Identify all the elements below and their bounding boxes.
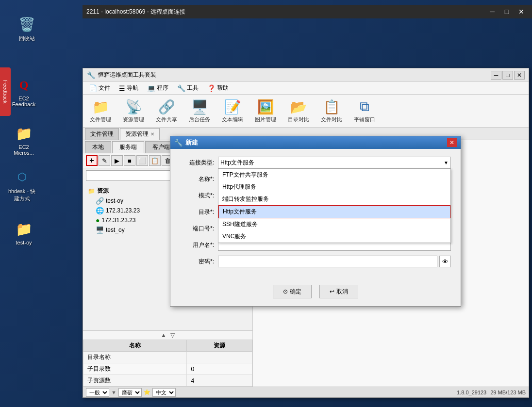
toolbar-file-compare[interactable]: 📋 文件对比	[318, 97, 345, 125]
nav-icon: ☰	[119, 84, 125, 92]
sub-tab-local[interactable]: 本地	[85, 141, 111, 153]
paste-button[interactable]: 📋	[149, 155, 161, 166]
test-oy-icon[interactable]: 📁 test-oy	[7, 219, 41, 245]
toolbar-tile-window[interactable]: ⧉ 平铺窗口	[351, 97, 378, 125]
toolbar-file-manager[interactable]: 📁 文件管理	[87, 97, 114, 125]
toolbar-resource-manager[interactable]: 📡 资源管理	[120, 97, 147, 125]
stop-button[interactable]: ■	[124, 155, 135, 166]
menu-program[interactable]: 💻 程序	[143, 83, 172, 94]
dropdown-arrow: ▼	[444, 160, 449, 165]
prop-row-subdirs: 子目录数 0	[83, 363, 252, 375]
dialog-title-icon: 🔧	[174, 139, 183, 147]
hhdesk-icon[interactable]: ⬡ hh​desk - 快建方式	[5, 167, 39, 202]
password-input[interactable]	[218, 256, 437, 267]
menu-nav[interactable]: ☰ 导航	[115, 83, 142, 94]
copy-button[interactable]: ⬜	[136, 155, 148, 166]
toggle-password-btn[interactable]: 👁	[439, 256, 451, 267]
minimize-btn[interactable]: ─	[485, 7, 499, 16]
tab-file-manager[interactable]: 文件管理	[85, 128, 119, 140]
program-icon: 💻	[147, 84, 155, 92]
value-col-header: 资源	[187, 340, 252, 352]
toolbar-background-task[interactable]: 🖥️ 后台任务	[186, 97, 213, 125]
dropdown-ftp[interactable]: FTP文件共享服务	[218, 169, 450, 181]
desktop: Feedback 🗑️ 回收站 Q EC2Feedback 📁 EC2Micro…	[0, 0, 532, 407]
port-label: 端口号*:	[180, 225, 214, 233]
connection-type-label: 连接类型:	[180, 159, 214, 167]
status-select-2[interactable]: 磨砺	[118, 388, 142, 397]
new-dialog: 🔧 新建 ✕ 连接类型: Http文件服务 ▼ FTP文件共享服务 Http代理…	[170, 136, 461, 307]
connection-type-select[interactable]: Http文件服务 ▼	[218, 157, 451, 168]
dialog-title-bar: 🔧 新建 ✕	[170, 136, 461, 149]
memory-info: 29 MB/123 MB	[490, 390, 526, 395]
dropdown-port-forward[interactable]: 端口转发监控服务	[218, 193, 450, 205]
dialog-title: 新建	[185, 138, 447, 147]
dropdown-list: FTP文件共享服务 Http代理服务 端口转发监控服务 Http文件服务 SSH…	[218, 168, 451, 243]
name-col-header: 名称	[83, 340, 187, 352]
dialog-body: 连接类型: Http文件服务 ▼ FTP文件共享服务 Http代理服务 端口转发…	[170, 149, 461, 280]
help-icon: ❓	[207, 84, 216, 92]
toolbar-file-share[interactable]: 🔗 文件共享	[153, 97, 180, 125]
close-btn[interactable]: ✕	[515, 7, 528, 16]
dialog-footer: ⊙ 确定 ↩ 取消	[170, 280, 461, 306]
tools-icon: 🔧	[177, 84, 185, 92]
outer-title-bar: 2211 - localhost:58069 - 远程桌面连接 ─ □ ✕	[83, 5, 532, 18]
tab-resource-manager[interactable]: 资源管理 ✕	[120, 128, 160, 140]
prop-row-dirname: 目录名称	[83, 352, 252, 363]
dropdown-ssh-tunnel[interactable]: SSH隧道服务	[218, 218, 450, 230]
confirm-button[interactable]: ⊙ 确定	[273, 285, 312, 298]
bottom-panel: ▲ ▽ 名称 资源 目录名称	[83, 330, 252, 387]
mode-label: 模式*:	[180, 192, 214, 200]
dropdown-vnc[interactable]: VNC服务	[218, 230, 450, 243]
password-row: 密码*: 👁	[180, 256, 451, 267]
status-select-3[interactable]: 中文	[152, 388, 176, 397]
directory-label: 目录*:	[180, 208, 214, 216]
dropdown-http-file[interactable]: Http文件服务	[218, 205, 450, 218]
toolbar-dir-compare[interactable]: 📂 目录对比	[285, 97, 312, 125]
sub-tab-server[interactable]: 服务端	[112, 141, 144, 153]
menu-bar: 📄 文件 ☰ 导航 💻 程序 🔧 工具 ❓ 帮助	[83, 82, 529, 95]
dialog-close-btn[interactable]: ✕	[447, 138, 457, 147]
edit-button[interactable]: ✎	[99, 155, 110, 166]
prop-row-subresources: 子资源数 4	[83, 375, 252, 387]
status-right: 1.8.0_29123 29 MB/123 MB	[457, 390, 526, 395]
app-title-bar: 🔧 恒辉运维桌面工具套装 ─ □ ✕	[83, 68, 529, 82]
tab-close-btn[interactable]: ✕	[150, 131, 154, 137]
toolbar-text-edit[interactable]: 📝 文本编辑	[219, 97, 246, 125]
connection-type-select-container: Http文件服务 ▼ FTP文件共享服务 Http代理服务 端口转发监控服务 H…	[218, 157, 451, 168]
toolbar: 📁 文件管理 📡 资源管理 🔗 文件共享 🖥️ 后台任务 📝 文本编辑 🖼️	[83, 95, 529, 128]
menu-tools[interactable]: 🔧 工具	[173, 83, 202, 94]
password-label: 密码*:	[180, 258, 214, 266]
maximize-btn[interactable]: □	[500, 7, 514, 16]
username-label: 用户名*:	[180, 241, 214, 249]
collapse-btn[interactable]: ▲	[161, 332, 166, 339]
ec2-feedback-icon[interactable]: Q EC2Feedback	[7, 75, 41, 107]
recycle-bin-icon[interactable]: 🗑️ 回收站	[10, 15, 44, 42]
status-bar: 一般 ▼ 磨砺 ⭐ 中文 1.8.0_29123 29 MB/123 MB	[83, 387, 529, 397]
app-icon: 🔧	[87, 71, 95, 79]
dropdown-http-proxy[interactable]: Http代理服务	[218, 181, 450, 193]
expand-btn[interactable]: ▽	[170, 332, 175, 339]
connection-type-row: 连接类型: Http文件服务 ▼ FTP文件共享服务 Http代理服务 端口转发…	[180, 157, 451, 168]
app-close-btn[interactable]: ✕	[514, 71, 525, 80]
version-info: 1.8.0_29123	[457, 390, 486, 395]
status-select-1[interactable]: 一般	[86, 388, 109, 397]
app-minimize-btn[interactable]: ─	[491, 71, 501, 80]
menu-file[interactable]: 📄 文件	[85, 83, 114, 94]
properties-table: 名称 资源 目录名称 子目录数 0	[83, 340, 252, 387]
file-icon: 📄	[89, 84, 97, 92]
toolbar-image-manager[interactable]: 🖼️ 图片管理	[252, 97, 279, 125]
app-maximize-btn[interactable]: □	[502, 71, 513, 80]
menu-help[interactable]: ❓ 帮助	[203, 83, 233, 94]
app-title: 恒辉运维桌面工具套装	[98, 71, 491, 79]
add-button[interactable]: +	[86, 155, 98, 166]
outer-title: 2211 - localhost:58069 - 远程桌面连接	[86, 8, 485, 16]
cancel-button[interactable]: ↩ 取消	[319, 285, 358, 298]
play-button[interactable]: ▶	[111, 155, 123, 166]
name-label: 名称*:	[180, 175, 214, 183]
ec2-micros-icon[interactable]: 📁 EC2Micros...	[7, 124, 41, 156]
